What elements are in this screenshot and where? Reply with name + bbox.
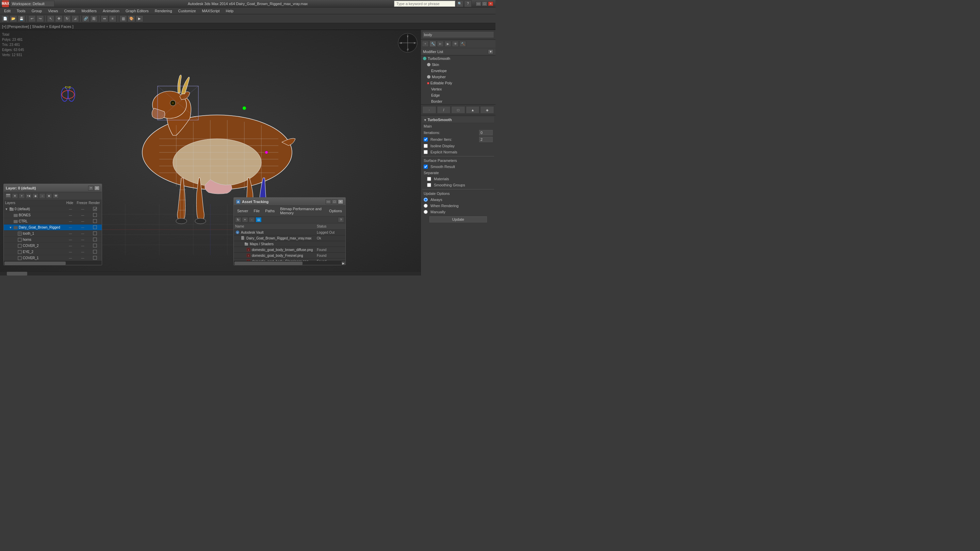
layer-mgr-btn[interactable]: ▥ (119, 15, 127, 22)
viewport-3d[interactable]: EYE Total Polys: 23 481 Tris: 23 481 Edg… (0, 30, 421, 275)
open-btn[interactable]: 📂 (10, 15, 17, 22)
isoline-checkbox[interactable] (424, 144, 428, 148)
menu-customize[interactable]: Customize (176, 8, 199, 14)
layer-row[interactable]: COVER_2 —— (4, 243, 102, 249)
modifier-border[interactable]: Border (421, 98, 495, 105)
menu-help[interactable]: Help (223, 8, 237, 14)
when-rendering-radio[interactable] (424, 204, 428, 208)
scale-btn[interactable]: ⊿ (72, 15, 79, 22)
create-icon-btn[interactable]: + (422, 41, 429, 47)
layers-set-active-btn[interactable]: ★ (46, 193, 52, 198)
iterations-input[interactable] (479, 130, 493, 135)
minimize-button[interactable]: — (476, 2, 481, 6)
display-icon-btn[interactable]: 👁 (452, 41, 459, 47)
layer-row[interactable]: tooth_1 —— (4, 230, 102, 237)
sob-element[interactable]: ◈ (480, 106, 494, 114)
menu-modifiers[interactable]: Modifiers (79, 8, 99, 14)
undo-btn[interactable]: ↩ (28, 15, 36, 22)
layer-row[interactable]: horns —— (4, 237, 102, 243)
sob-vertex[interactable]: · (422, 106, 436, 114)
menu-graph-editors[interactable]: Graph Editors (123, 8, 151, 14)
update-button[interactable]: Update (430, 216, 487, 222)
at-row-maps-folder[interactable]: Maps / Shaders (234, 241, 345, 247)
at-row-fresnel[interactable]: i domestic_goat_body_Fresnel.png Found (234, 253, 345, 259)
object-name-input[interactable] (422, 31, 494, 38)
modifier-editable-poly[interactable]: ■ Editable Poly (421, 80, 495, 86)
at-paths-menu[interactable]: Paths (263, 208, 277, 213)
smooth-result-checkbox[interactable] (424, 165, 428, 169)
at-refresh-btn[interactable]: ↻ (235, 217, 241, 222)
at-hscrollbar[interactable]: ▶ (234, 261, 345, 265)
sob-poly[interactable]: ▲ (466, 106, 480, 114)
layers-add-btn[interactable]: + (19, 193, 25, 198)
menu-rendering[interactable]: Rendering (152, 8, 175, 14)
redo-btn[interactable]: ↪ (37, 15, 44, 22)
menu-group[interactable]: Group (29, 8, 45, 14)
at-add-btn[interactable]: + (242, 217, 248, 222)
maximize-button[interactable]: □ (482, 2, 487, 6)
at-scroll-right[interactable]: ▶ (341, 261, 345, 265)
smoothing-groups-checkbox[interactable] (427, 183, 431, 187)
modifier-envelope[interactable]: Envelope (421, 68, 495, 74)
sob-border[interactable]: □ (451, 106, 465, 114)
at-row-diffuse[interactable]: i domestic_goat_body_brown_diffuse.png F… (234, 247, 345, 253)
modifier-edge[interactable]: Edge (421, 92, 495, 98)
layers-delete-btn[interactable]: ✕ (12, 193, 18, 198)
menu-tools[interactable]: Tools (14, 8, 28, 14)
render-btn[interactable]: 🎨 (127, 15, 135, 22)
layer-row[interactable]: COVER_1 —— (4, 255, 102, 261)
close-button[interactable]: ✕ (488, 2, 493, 6)
layers-hide-all-btn[interactable]: 👁 (53, 193, 59, 198)
modify-icon-btn[interactable]: 🔧 (430, 41, 436, 47)
materials-checkbox[interactable] (427, 177, 431, 181)
layer-row-selected[interactable]: ▼ Dairy_Goat_Brown_Rigged —— (4, 224, 102, 230)
hierarchy-icon-btn[interactable]: ⊳ (437, 41, 444, 47)
at-bitmap-menu[interactable]: Bitmap Performance and Memory (278, 206, 326, 215)
align-btn[interactable]: ≡ (109, 15, 116, 22)
layers-select-in-layer-btn[interactable]: ◈ (32, 193, 38, 198)
unlink-btn[interactable]: ⛓ (90, 15, 98, 22)
modifier-vertex[interactable]: Vertex (421, 86, 495, 92)
at-maximize-btn[interactable]: □ (332, 199, 337, 204)
always-radio[interactable] (424, 198, 428, 202)
render-iters-checkbox[interactable] (424, 137, 428, 141)
at-options-menu[interactable]: Options (327, 208, 344, 213)
hscrollbar-thumb[interactable] (7, 272, 27, 275)
menu-edit[interactable]: Edit (2, 8, 13, 14)
select-btn[interactable]: ↖ (47, 15, 54, 22)
rotate-btn[interactable]: ↻ (63, 15, 71, 22)
motion-icon-btn[interactable]: ▶ (444, 41, 451, 47)
modifier-list-dropdown[interactable]: ▼ (488, 49, 493, 54)
manually-radio[interactable] (424, 210, 428, 214)
menu-animation[interactable]: Animation (100, 8, 122, 14)
viewport-header[interactable]: [+] [Perspective] [ Shaded + Edged Faces… (0, 23, 495, 30)
menu-create[interactable]: Create (61, 8, 78, 14)
at-remove-btn[interactable]: - (249, 217, 255, 222)
explicit-normals-checkbox[interactable] (424, 150, 428, 154)
at-file-menu[interactable]: File (251, 208, 262, 213)
modifier-morpher[interactable]: Morpher (421, 74, 495, 80)
at-row-max-file[interactable]: Dairy_Goat_Brown_Rigged_max_vray.max Ok (234, 235, 345, 241)
viewport-hscrollbar[interactable] (0, 272, 421, 275)
at-help-btn[interactable]: ? (338, 217, 344, 222)
turbosmooth-collapse-btn[interactable]: TurboSmooth (422, 117, 494, 123)
search-input[interactable] (394, 1, 455, 7)
layer-row[interactable]: EYE_2 —— (4, 249, 102, 255)
at-row-glossiness[interactable]: i domestic_goat_body_Glossiness.png Foun… (234, 259, 345, 261)
at-close-btn[interactable]: ✕ (338, 199, 343, 204)
save-btn[interactable]: 💾 (18, 15, 25, 22)
quick-render-btn[interactable]: ▶ (136, 15, 143, 22)
link-btn[interactable]: 🔗 (82, 15, 89, 22)
viewport-navigation-gizmo[interactable]: Y X -Y -X (398, 33, 418, 53)
at-server-menu[interactable]: Server (235, 208, 250, 213)
utilities-icon-btn[interactable]: 🔨 (460, 41, 466, 47)
layers-hscrollbar[interactable] (4, 261, 102, 265)
layer-row[interactable]: ▼ 0 (default) — — (4, 206, 102, 212)
mirror-btn[interactable]: ⇔ (101, 15, 108, 22)
layer-row[interactable]: BONES —— (4, 212, 102, 218)
menu-maxscript[interactable]: MAXScript (199, 8, 223, 14)
layers-close-btn[interactable]: ✕ (94, 186, 100, 191)
layers-move-to-layer-btn[interactable]: → (39, 193, 45, 198)
search-button[interactable]: 🔍 (456, 0, 463, 7)
help-button[interactable]: ? (464, 0, 472, 7)
